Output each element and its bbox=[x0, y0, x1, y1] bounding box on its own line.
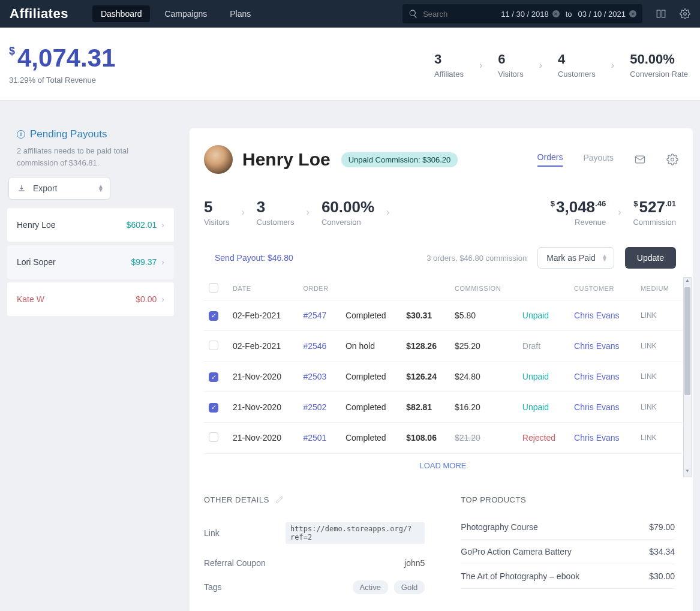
product-price: $30.00 bbox=[649, 571, 675, 581]
affiliate-amount: $602.01 bbox=[127, 220, 157, 230]
scroll-thumb[interactable] bbox=[684, 287, 690, 395]
customer-link[interactable]: Chris Evans bbox=[574, 402, 619, 412]
dkpi-conversion: 60.00%Conversion bbox=[322, 198, 374, 227]
cell-order-status: Completed bbox=[341, 422, 401, 453]
affiliate-name: Henry Loe bbox=[17, 220, 56, 230]
affiliate-name: Lori Soper bbox=[17, 257, 56, 267]
chevron-right-icon: › bbox=[161, 220, 164, 230]
row-checkbox[interactable] bbox=[209, 341, 218, 350]
gear-icon[interactable] bbox=[666, 153, 678, 165]
search-input[interactable] bbox=[423, 10, 495, 19]
cell-commission: $5.80 bbox=[450, 300, 518, 331]
customer-link[interactable]: Chris Evans bbox=[574, 311, 619, 320]
customer-link[interactable]: Chris Evans bbox=[574, 433, 619, 443]
load-more-button[interactable]: LOAD MORE bbox=[204, 454, 682, 477]
scroll-up-icon[interactable]: ▲ bbox=[684, 278, 691, 286]
chevron-right-icon: › bbox=[618, 207, 621, 218]
date-from[interactable]: 11 / 30 / 2018✕ bbox=[501, 10, 560, 19]
nav-dashboard[interactable]: Dashboard bbox=[92, 5, 151, 22]
order-link[interactable]: #2501 bbox=[303, 433, 326, 443]
nav-plans[interactable]: Plans bbox=[221, 5, 259, 22]
detail-label: Referral Coupon bbox=[204, 558, 294, 568]
clear-from-icon[interactable]: ✕ bbox=[552, 10, 560, 17]
commission-status: Unpaid bbox=[522, 311, 549, 320]
col-order: ORDER bbox=[298, 277, 341, 300]
chevron-right-icon: › bbox=[539, 60, 542, 71]
cell-commission: $25.20 bbox=[450, 330, 518, 362]
cell-commission: $24.80 bbox=[450, 362, 518, 392]
mail-icon[interactable] bbox=[634, 153, 646, 165]
kpi-affiliates: 3Affiliates bbox=[434, 52, 464, 79]
order-link[interactable]: #2502 bbox=[303, 402, 326, 412]
product-name: Photography Course bbox=[461, 522, 537, 532]
cell-medium: LINK bbox=[636, 422, 682, 453]
edit-icon[interactable] bbox=[275, 495, 284, 504]
product-price: $79.00 bbox=[649, 522, 675, 532]
scroll-down-icon[interactable]: ▼ bbox=[684, 468, 691, 477]
nav-campaigns[interactable]: Campaigns bbox=[156, 5, 215, 22]
other-details-heading: OTHER DETAILS bbox=[204, 495, 425, 504]
clear-to-icon[interactable]: ✕ bbox=[629, 10, 636, 17]
dkpi-commission: $527.01Commission bbox=[633, 198, 676, 227]
order-link[interactable]: #2546 bbox=[303, 341, 326, 351]
other-details: OTHER DETAILS Link https://demo.storeapp… bbox=[204, 495, 425, 599]
mark-as-paid-select[interactable]: Mark as Paid ▲▼ bbox=[537, 247, 614, 269]
customer-link[interactable]: Chris Evans bbox=[574, 372, 619, 381]
customer-link[interactable]: Chris Evans bbox=[574, 341, 619, 351]
kpi-chain: 3Affiliates › 6Visitors › 4Customers › 5… bbox=[434, 52, 688, 79]
cell-medium: LINK bbox=[636, 392, 682, 423]
main-area: i Pending Payouts 2 affiliates needs to … bbox=[0, 101, 700, 611]
cell-order-status: Completed bbox=[341, 362, 401, 392]
affiliate-item[interactable]: Lori Soper $99.37 › bbox=[7, 245, 174, 279]
docs-icon[interactable] bbox=[656, 8, 666, 19]
referral-link[interactable]: https://demo.storeapps.org/?ref=2 bbox=[286, 522, 425, 544]
pending-subtext: 2 affiliates needs to be paid total comm… bbox=[7, 145, 174, 177]
select-all-checkbox[interactable] bbox=[209, 283, 218, 293]
commission-status: Rejected bbox=[522, 433, 555, 443]
update-button[interactable]: Update bbox=[625, 247, 676, 269]
date-to-label: to bbox=[566, 10, 572, 19]
svg-point-0 bbox=[684, 13, 687, 16]
table-row: 21-Nov-2020#2502Completed$82.81$16.20Unp… bbox=[204, 392, 682, 423]
kpi-visitors: 6Visitors bbox=[498, 52, 523, 79]
revenue-subtext: 31.29% of Total Revenue bbox=[9, 76, 116, 85]
chevron-right-icon: › bbox=[161, 294, 164, 304]
commission-status: Draft bbox=[522, 341, 540, 351]
order-link[interactable]: #2503 bbox=[303, 372, 326, 381]
card-header: Henry Loe Unpaid Commission: $306.20 Ord… bbox=[204, 145, 693, 185]
avatar bbox=[204, 145, 233, 174]
send-payout-link[interactable]: Send Payout: $46.80 bbox=[215, 253, 293, 263]
row-checkbox[interactable] bbox=[209, 372, 218, 382]
order-link[interactable]: #2547 bbox=[303, 311, 326, 320]
cell-date: 21-Nov-2020 bbox=[228, 422, 298, 453]
kpi-conversion: 50.00%Conversion Rate bbox=[630, 52, 688, 79]
row-checkbox[interactable] bbox=[209, 432, 218, 442]
settings-icon[interactable] bbox=[680, 8, 690, 19]
product-row: Photography Course$79.00 bbox=[461, 515, 675, 540]
product-name: GoPro Action Camera Battery bbox=[461, 547, 571, 556]
export-button[interactable]: Export ▲▼ bbox=[8, 177, 110, 200]
row-checkbox[interactable] bbox=[209, 311, 218, 321]
chevron-right-icon: › bbox=[479, 60, 482, 71]
search-icon bbox=[408, 9, 418, 19]
chevron-right-icon: › bbox=[386, 207, 389, 218]
row-checkbox[interactable] bbox=[209, 403, 218, 413]
scrollbar[interactable]: ▲ ▼ bbox=[683, 277, 692, 477]
cell-medium: LINK bbox=[636, 330, 682, 362]
tag: Gold bbox=[394, 580, 425, 594]
affiliate-amount: $0.00 bbox=[136, 294, 157, 304]
affiliate-item[interactable]: Kate W $0.00 › bbox=[7, 282, 174, 316]
tab-orders[interactable]: Orders bbox=[537, 152, 563, 167]
tab-payouts[interactable]: Payouts bbox=[583, 153, 614, 166]
topbar: Affiliates Dashboard Campaigns Plans 11 … bbox=[0, 0, 700, 28]
affiliate-item[interactable]: Henry Loe $602.01 › bbox=[7, 208, 174, 242]
cell-date: 21-Nov-2020 bbox=[228, 392, 298, 423]
commission-status: Unpaid bbox=[522, 372, 549, 381]
kpi-bar: $4,074.31 31.29% of Total Revenue 3Affil… bbox=[0, 28, 700, 101]
detail-row-link: Link https://demo.storeapps.org/?ref=2 bbox=[204, 515, 425, 551]
chevron-updown-icon: ▲▼ bbox=[602, 254, 608, 261]
cell-medium: LINK bbox=[636, 362, 682, 392]
commission-status: Unpaid bbox=[522, 402, 549, 412]
date-to[interactable]: 03 / 10 / 2021✕ bbox=[578, 10, 636, 19]
table-row: 21-Nov-2020#2503Completed$126.24$24.80Un… bbox=[204, 362, 682, 392]
